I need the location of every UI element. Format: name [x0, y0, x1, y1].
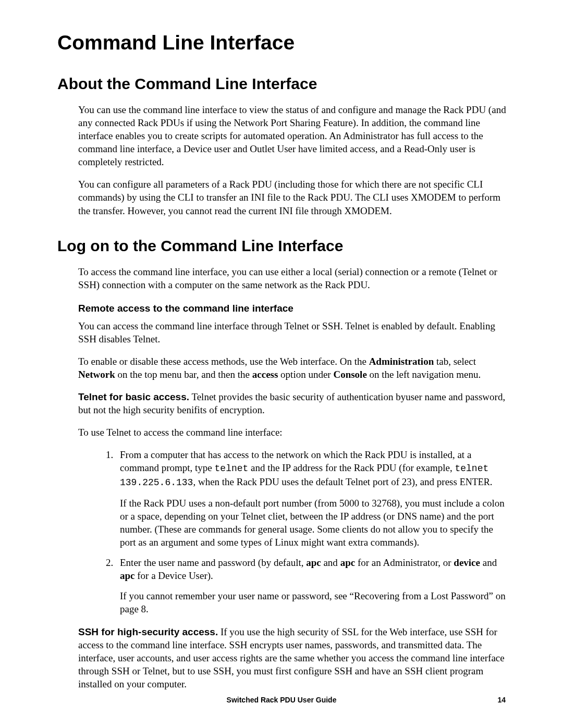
paragraph: SSH for high-security access. If you use…: [78, 625, 511, 690]
text: Enter the user name and password (by def…: [120, 557, 306, 568]
page-footer: Switched Rack PDU User Guide 14: [0, 696, 563, 704]
text: for a Device User).: [135, 570, 213, 581]
text: .: [490, 476, 493, 487]
bold-text: Network: [78, 369, 115, 380]
code-text: telnet: [215, 463, 249, 474]
text: for an Administrator, or: [355, 557, 454, 568]
subsection-body: You can access the command line interfac…: [78, 319, 511, 690]
paragraph: You can configure all parameters of a Ra…: [78, 178, 511, 217]
section-heading-about: About the Command Line Interface: [57, 75, 511, 93]
footer-title: Switched Rack PDU User Guide: [227, 696, 337, 704]
bold-text: device: [454, 557, 480, 568]
page-title: Command Line Interface: [57, 31, 511, 54]
text: tab, select: [434, 356, 476, 367]
section-body: To access the command line interface, yo…: [78, 265, 511, 291]
bold-text: apc: [306, 557, 321, 568]
list-item: From a computer that has access to the n…: [116, 448, 511, 549]
text: , when the Rack PDU uses the default Tel…: [193, 476, 459, 487]
paragraph: To use Telnet to access the command line…: [78, 426, 511, 439]
bold-text: apc: [340, 557, 356, 568]
list-item: Enter the user name and password (by def…: [116, 556, 511, 615]
text: To enable or disable these access method…: [78, 356, 369, 367]
paragraph: You can use the command line interface t…: [78, 103, 511, 168]
bold-text: Administration: [369, 356, 434, 367]
run-in-heading: Telnet for basic access.: [78, 391, 189, 402]
ordered-list: From a computer that has access to the n…: [78, 448, 511, 615]
text: on the left navigation menu.: [367, 369, 481, 380]
document-page: Command Line Interface About the Command…: [0, 0, 563, 728]
text: on the top menu bar, and then the: [115, 369, 252, 380]
paragraph: If the Rack PDU uses a non-default port …: [120, 497, 511, 549]
text: and: [321, 557, 340, 568]
paragraph: Telnet for basic access. Telnet provides…: [78, 390, 511, 416]
subsection-heading-remote: Remote access to the command line interf…: [78, 303, 511, 314]
run-in-heading: SSH for high-security access.: [78, 626, 218, 637]
section-heading-logon: Log on to the Command Line Interface: [57, 237, 511, 255]
bold-text: Console: [333, 369, 366, 380]
bold-text: apc: [120, 570, 135, 581]
paragraph: To access the command line interface, yo…: [78, 265, 511, 291]
paragraph: To enable or disable these access method…: [78, 355, 511, 381]
text: option under: [278, 369, 333, 380]
text: and: [480, 557, 497, 568]
section-body: You can use the command line interface t…: [78, 103, 511, 217]
key-name: ENTER: [460, 477, 490, 487]
text: and the IP address for the Rack PDU (for…: [248, 462, 455, 473]
paragraph: If you cannot remember your user name or…: [120, 589, 511, 615]
bold-text: access: [252, 369, 278, 380]
page-number: 14: [497, 696, 506, 704]
paragraph: You can access the command line interfac…: [78, 319, 511, 346]
